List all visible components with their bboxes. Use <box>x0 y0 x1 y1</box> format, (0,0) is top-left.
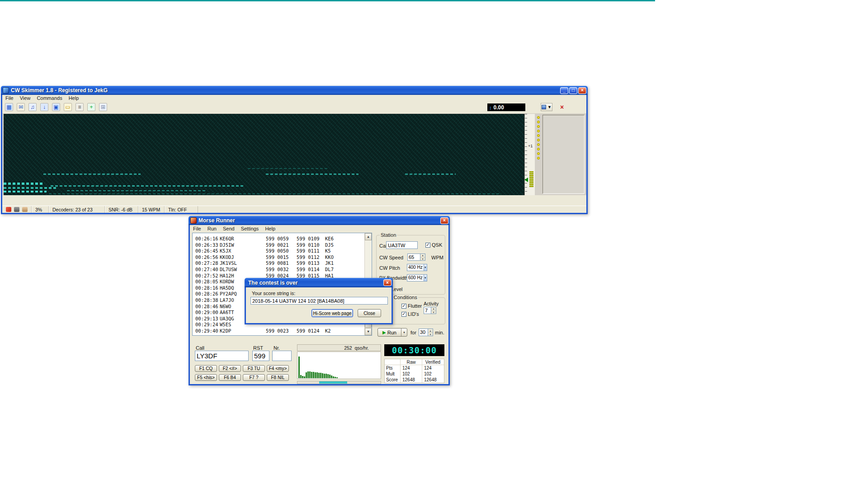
lids-checkbox[interactable]: ✓ LID's <box>401 311 419 317</box>
spinner-arrows-icon[interactable]: ▲▼ <box>431 307 436 314</box>
spinner-arrows-icon[interactable]: ▲▼ <box>428 329 433 336</box>
close-button[interactable]: × <box>440 217 448 224</box>
printer-icon[interactable] <box>14 207 19 212</box>
log-row: 00:26:33DJ5IW599 0021599 0110DJ5 <box>193 242 364 249</box>
frequency-updown-icon[interactable]: ↕ <box>489 105 492 110</box>
skimmer-titlebar[interactable]: CW Skimmer 1.8 - Registered to JekG _ □ … <box>1 86 588 95</box>
f1-cq-button[interactable]: F1 CQ <box>195 365 217 372</box>
rx-bandwidth-value: 600 Hz <box>407 275 424 281</box>
skimmer-toolbar: ▦✉♫↓▣▭≡+⊞ ↕ 0.00 ▼ × <box>2 101 586 114</box>
tuning-arrow-icon <box>524 178 528 182</box>
scroll-down-icon[interactable]: ▼ <box>365 328 372 335</box>
log-rcvd: 599 0109 <box>297 236 320 241</box>
minimize-button[interactable]: _ <box>560 87 568 94</box>
hiscore-web-page-button[interactable]: Hi-Score web page <box>311 309 353 317</box>
f3-tu-button[interactable]: F3 TU <box>243 365 265 372</box>
play-icon: ▶ <box>382 330 386 335</box>
scroll-up-icon[interactable]: ▲ <box>365 233 372 240</box>
waterfall-display[interactable] <box>4 114 524 195</box>
cw-signal-trace <box>51 185 245 187</box>
qsk-checkbox[interactable]: ✓ QSK <box>425 242 442 248</box>
chevron-down-icon[interactable]: ▼ <box>424 264 427 271</box>
run-button[interactable]: ▶ Run ▼ <box>377 328 407 337</box>
cw-speed-spinner[interactable]: 65 ▲▼ <box>407 253 425 261</box>
cw-pitch-select[interactable]: 400 Hz ▼ <box>407 264 427 271</box>
hand-icon[interactable] <box>22 207 28 212</box>
menu-help[interactable]: Help <box>66 95 82 101</box>
score-string-field[interactable]: 2018-05-14 UA3TW 124 102 [BA14BA08] <box>250 297 388 305</box>
meter-block <box>529 173 533 174</box>
menu-file[interactable]: File <box>190 226 204 231</box>
pts-verified: 124 <box>422 365 443 371</box>
band-select-button[interactable]: ▼ <box>541 103 552 111</box>
rx-bandwidth-select[interactable]: 600 Hz ▼ <box>407 274 427 282</box>
log-time: 00:26:45 <box>195 248 218 253</box>
menu-settings[interactable]: Settings <box>238 226 262 231</box>
clear-list-button[interactable]: × <box>557 103 566 111</box>
skimmer-menubar: File View Commands Help <box>2 95 586 101</box>
log-call: LA7JO <box>220 297 234 303</box>
maximize-button[interactable]: □ <box>569 87 577 94</box>
menu-file[interactable]: File <box>2 95 17 101</box>
f2-exchange-button[interactable]: F2 <#> <box>219 365 241 372</box>
mult-label: Mult <box>385 371 400 376</box>
new-window-icon[interactable]: + <box>87 103 95 111</box>
cw-signal-trace <box>405 174 456 175</box>
menu-commands[interactable]: Commands <box>33 95 65 101</box>
dialog-titlebar[interactable]: The contest is over × <box>245 278 393 287</box>
f4-mycall-button[interactable]: F4 <my> <box>267 365 289 372</box>
menu-send[interactable]: Send <box>220 226 238 231</box>
log-time: 00:27:28 <box>195 260 218 266</box>
keyboard-icon[interactable]: ▭ <box>64 103 72 111</box>
flutter-checkbox[interactable]: ✓ Flutter <box>401 303 422 309</box>
duration-spinner[interactable]: 30 ▲▼ <box>419 328 433 336</box>
download-icon[interactable]: ↓ <box>40 103 48 111</box>
log-row: 00:27:28JK1VSL599 0081599 0113JK1 <box>193 260 364 267</box>
cw-signal-trace <box>67 190 207 191</box>
band-map-icon[interactable]: ▦ <box>5 103 13 111</box>
audio-icon[interactable]: ♫ <box>28 103 37 111</box>
activity-value: 7 <box>424 307 431 314</box>
log-pfx: JK1 <box>325 260 334 266</box>
entry-call-input[interactable]: LY3DF <box>195 351 249 361</box>
meter-block <box>529 171 533 173</box>
activity-spinner[interactable]: 7 ▲▼ <box>424 307 436 314</box>
entry-nr-input[interactable] <box>272 351 292 361</box>
menu-view[interactable]: View <box>17 95 34 101</box>
snr-status: SNR: -6 dB <box>105 206 138 213</box>
run-dropdown-icon[interactable]: ▼ <box>401 328 407 336</box>
histogram-bar <box>335 377 336 378</box>
entry-rst-input[interactable]: 599 <box>252 351 269 361</box>
f6-b4-button[interactable]: F6 B4 <box>219 374 241 381</box>
stop-icon[interactable] <box>6 207 11 212</box>
log-time: 00:28:26 <box>195 291 218 296</box>
menu-help[interactable]: Help <box>262 226 278 231</box>
close-button[interactable]: × <box>578 87 586 94</box>
rate-histogram <box>297 352 381 379</box>
f5-hiscall-button[interactable]: F5 <his> <box>195 374 217 381</box>
frequency-scale[interactable]: +1 <box>524 114 535 195</box>
spinner-arrows-icon[interactable]: ▲▼ <box>420 254 425 260</box>
log-call: AA6TT <box>220 310 234 315</box>
close-dialog-button[interactable]: Close <box>358 309 381 317</box>
station-call-input[interactable]: UA3TW <box>386 241 418 249</box>
close-button[interactable]: × <box>383 279 392 286</box>
menu-run[interactable]: Run <box>204 226 220 231</box>
cw-skimmer-window: CW Skimmer 1.8 - Registered to JekG _ □ … <box>1 86 588 214</box>
lids-label: LID's <box>408 311 419 317</box>
cw-speed-label: CW Speed <box>379 255 403 260</box>
led-indicator <box>537 130 540 132</box>
f8-nil-button[interactable]: F8 NIL <box>267 374 289 381</box>
led-indicator <box>537 134 540 137</box>
save-icon[interactable]: ▣ <box>52 103 60 111</box>
chevron-down-icon[interactable]: ▼ <box>424 275 427 281</box>
toolbar-icon-group: ▦✉♫↓▣▭≡+⊞ <box>5 103 107 111</box>
f7-question-button[interactable]: F7 ? <box>243 374 265 381</box>
morse-titlebar[interactable]: Morse Runner × <box>189 216 450 225</box>
decoder-list-icon[interactable]: ≡ <box>75 103 84 111</box>
callsign-list[interactable] <box>542 115 585 194</box>
run-button-main[interactable]: ▶ Run <box>378 330 401 335</box>
copy-icon[interactable]: ⊞ <box>99 103 107 111</box>
histogram-bar <box>309 371 311 378</box>
envelope-icon[interactable]: ✉ <box>17 103 25 111</box>
